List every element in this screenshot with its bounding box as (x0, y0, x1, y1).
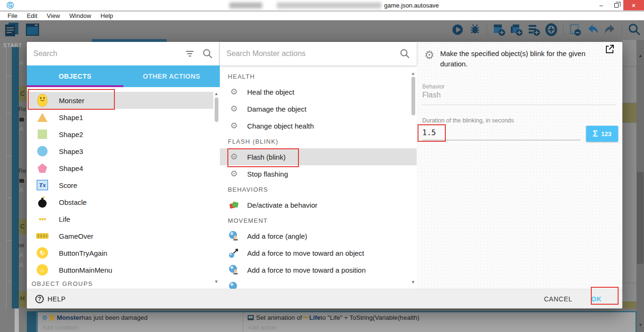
object-item-shape3[interactable]: Shape3 (27, 143, 213, 160)
object-item-shape1[interactable]: Shape1 (27, 109, 213, 126)
open-help-external-icon[interactable] (604, 44, 615, 54)
object-item-shape2[interactable]: Shape2 (27, 126, 213, 143)
monster-icon (36, 93, 48, 107)
event-actions-cell: Set animation of ♥♥♥ Life to "Life" + To… (243, 312, 636, 332)
menu-edit[interactable]: Edit (22, 12, 42, 19)
tab-objects[interactable]: OBJECTS (27, 65, 123, 87)
action-item-force-toward-position[interactable]: Add a force to move toward a position (220, 261, 417, 278)
tab-other-actions[interactable]: OTHER ACTIONS (123, 65, 220, 87)
close-button[interactable]: × (623, 0, 644, 10)
object-label: Shape2 (59, 130, 83, 138)
objects-panel: OBJECTS OTHER ACTIONS Monster Shape1 (27, 42, 220, 289)
action-item-add-force-angle[interactable]: Add a force (angle) (220, 227, 417, 244)
objects-search-input[interactable] (33, 49, 185, 58)
behavior-puzzle-icon (228, 199, 240, 211)
object-item-obstacle[interactable]: Obstacle (27, 194, 213, 211)
add-event-icon[interactable] (492, 23, 506, 37)
search-icon[interactable] (627, 23, 641, 37)
events-vertical-scrollbar[interactable]: ▲ (636, 40, 644, 308)
cancel-button[interactable]: CANCEL (544, 295, 572, 303)
object-item-shape4[interactable]: Shape4 (27, 160, 213, 177)
force-sphere-icon (228, 281, 240, 289)
object-label: ButtonMainMenu (59, 266, 112, 274)
event-indent-bar (27, 311, 36, 332)
action-item-heal[interactable]: ⚙ Heal the object (220, 83, 417, 100)
scroll-up-icon[interactable]: ▲ (411, 71, 415, 76)
object-item-gameover[interactable]: GameOver (27, 227, 213, 244)
action-item-stop-flashing[interactable]: ⚙ Stop flashing (220, 165, 417, 182)
menu-view[interactable]: View (42, 12, 64, 19)
scroll-down-icon[interactable]: ▼ (638, 323, 643, 327)
action-item-partial[interactable] (220, 278, 417, 289)
toolbar-separator (622, 23, 622, 36)
object-item-monster[interactable]: Monster (27, 92, 213, 109)
animation-icon (248, 315, 254, 320)
actions-list: HEALTH ⚙ Heal the object ⚙ Damage the ob… (220, 65, 417, 289)
scene-window-icon[interactable] (24, 22, 40, 38)
redo-icon[interactable] (603, 23, 617, 37)
action-description: Make the specified object(s) blink for t… (440, 49, 599, 69)
object-label: Shape3 (59, 147, 83, 155)
question-mark-icon: ? (35, 295, 44, 303)
sigma-icon: Σ (593, 129, 598, 139)
menu-file[interactable]: File (3, 12, 22, 19)
action-item-deactivate-behavior[interactable]: De/activate a behavior (220, 196, 417, 213)
bg-fragment: A (19, 251, 24, 259)
text-object-icon: Tx (36, 178, 48, 192)
menu-window[interactable]: Window (64, 12, 96, 19)
object-item-buttontryagain[interactable]: ↻ ButtonTryAgain (27, 244, 213, 261)
object-item-buttonmainmenu[interactable]: ⌂ ButtonMainMenu (27, 261, 213, 278)
dialog-footer: ? HELP CANCEL OK (27, 289, 622, 308)
remove-event-icon[interactable] (568, 23, 582, 37)
event-tree-tick (6, 198, 11, 198)
behavior-gear-icon: ⚙ (228, 168, 240, 179)
add-comment-icon[interactable] (527, 23, 541, 37)
scroll-down-icon[interactable]: ▼ (411, 280, 415, 284)
condition-text: has just been damaged (81, 314, 147, 321)
section-header-flash: FLASH (BLINK) (220, 134, 417, 148)
add-circle-icon[interactable] (544, 23, 558, 37)
debug-icon[interactable] (468, 23, 482, 37)
home-button-icon: ⌂ (36, 263, 48, 277)
bg-fragment: se (18, 242, 24, 249)
scroll-up-icon[interactable]: ▲ (638, 53, 643, 58)
scrollbar-thumb[interactable] (637, 172, 644, 264)
restore-button[interactable] (609, 0, 623, 10)
bg-fragment: A (19, 186, 24, 194)
scroll-up-icon[interactable]: ▲ (214, 91, 218, 96)
action-item-flash-blink[interactable]: ⚙ Flash (blink) (220, 148, 417, 165)
help-label: HELP (48, 295, 66, 303)
object-item-life[interactable]: ♥♥♥ Life (27, 211, 213, 227)
project-events-icon[interactable] (4, 22, 20, 38)
play-icon[interactable] (451, 23, 465, 37)
minimize-button[interactable]: – (594, 0, 608, 10)
bg-fragment: A (19, 125, 24, 132)
filter-icon[interactable] (185, 51, 194, 57)
ok-button[interactable]: OK (591, 295, 602, 303)
object-label: Monster (59, 97, 84, 105)
scrollbar-thumb[interactable] (215, 97, 218, 122)
object-label: Shape4 (59, 164, 83, 172)
object-groups-header: OBJECT GROUPS (27, 278, 220, 289)
action-label: Add a force to move toward a position (247, 266, 366, 274)
action-label: Heal the object (247, 88, 294, 96)
action-item-change-health[interactable]: ⚙ Change object health (220, 117, 417, 134)
add-subevent-icon[interactable] (509, 23, 523, 37)
event-tree-tick (6, 155, 11, 156)
scroll-down-icon[interactable]: ▼ (214, 279, 218, 284)
duration-input[interactable] (422, 125, 580, 140)
bg-fragment: Re (18, 105, 26, 113)
actions-search-input[interactable] (226, 49, 400, 58)
events-vertical-scrollbar[interactable]: ▼ (636, 308, 644, 332)
help-button[interactable]: ? HELP (35, 295, 66, 303)
action-item-damage[interactable]: ⚙ Damage the object (220, 100, 417, 117)
force-toward-object-icon (228, 247, 240, 259)
action-item-force-toward-object[interactable]: Add a force to move toward an object (220, 244, 417, 261)
expression-editor-button[interactable]: Σ 123 (586, 126, 618, 142)
object-item-score[interactable]: Tx Score (27, 177, 213, 194)
scrollbar-thumb[interactable] (411, 77, 415, 115)
undo-icon[interactable] (586, 23, 600, 37)
action-object-name: Life (309, 314, 321, 321)
circle-icon (36, 144, 48, 158)
menu-help[interactable]: Help (96, 12, 118, 19)
